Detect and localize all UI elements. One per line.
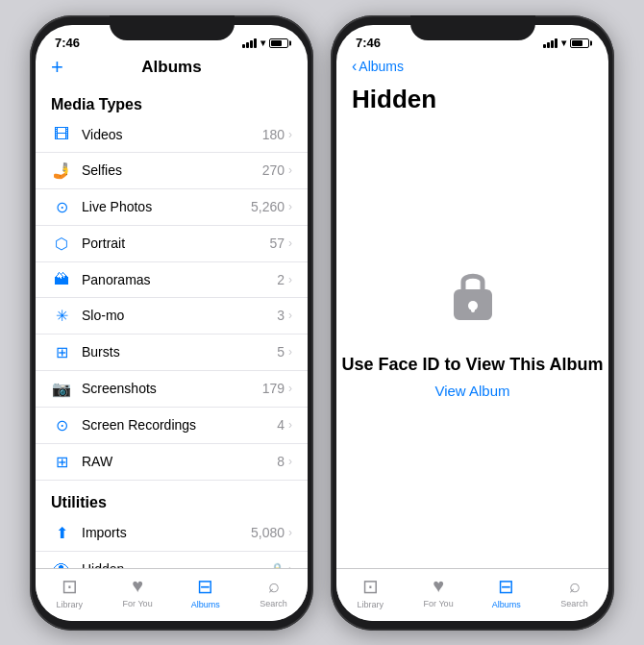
raw-label: RAW	[82, 454, 277, 469]
bursts-count: 5	[277, 344, 285, 360]
screen-recordings-row[interactable]: ⊙ Screen Recordings 4 ›	[36, 408, 308, 444]
right-phone: 7:46 ▾ ‹ Albums Hidden	[331, 15, 614, 631]
screen-recordings-chevron: ›	[288, 418, 292, 432]
bursts-chevron: ›	[288, 345, 292, 359]
right-status-icons: ▾	[543, 37, 589, 48]
battery-icon	[269, 38, 288, 48]
right-tab-bar: ⊡ Library ♥ For You ⊟ Albums ⌕ Search	[336, 568, 608, 621]
live-photos-icon: ⊙	[51, 198, 72, 216]
right-screen: 7:46 ▾ ‹ Albums Hidden	[336, 25, 608, 621]
right-tab-search[interactable]: ⌕ Search	[551, 575, 599, 608]
left-tab-for-you[interactable]: ♥ For You	[113, 575, 161, 608]
screenshots-count: 179	[262, 381, 285, 396]
hidden-row[interactable]: 👁 Hidden 🔒 ›	[36, 552, 308, 568]
for-you-tab-label: For You	[123, 599, 153, 608]
albums-content: Media Types 🎞 Videos 180 › 🤳 Selfies 270…	[36, 83, 308, 568]
library-tab-icon: ⊡	[62, 575, 78, 598]
screenshots-row[interactable]: 📷 Screenshots 179 ›	[36, 371, 308, 408]
right-notch	[410, 15, 535, 40]
portrait-label: Portrait	[82, 236, 269, 251]
panoramas-row[interactable]: 🏔 Panoramas 2 ›	[36, 262, 308, 298]
back-chevron-icon: ‹	[352, 58, 357, 75]
videos-count: 180	[262, 127, 285, 142]
portrait-count: 57	[269, 236, 285, 251]
videos-chevron: ›	[288, 128, 292, 141]
slo-mo-row[interactable]: ✳ Slo-mo 3 ›	[36, 298, 308, 335]
right-battery-icon	[570, 38, 589, 48]
hidden-label: Hidden	[82, 561, 270, 568]
live-photos-row[interactable]: ⊙ Live Photos 5,260 ›	[36, 189, 308, 226]
raw-count: 8	[277, 454, 285, 469]
right-tab-albums[interactable]: ⊟ Albums	[483, 575, 531, 609]
right-albums-tab-icon: ⊟	[498, 575, 514, 598]
face-id-message: Use Face ID to View This Album	[341, 355, 603, 375]
right-nav-bar: ‹ Albums	[336, 56, 608, 81]
raw-chevron: ›	[288, 455, 292, 468]
live-photos-count: 5,260	[251, 199, 285, 214]
lock-large-icon	[444, 260, 502, 339]
albums-tab-label: Albums	[191, 600, 220, 609]
left-tab-search[interactable]: ⌕ Search	[250, 575, 298, 608]
portrait-icon: ⬡	[51, 235, 72, 253]
battery-fill	[271, 40, 282, 46]
right-search-tab-icon: ⌕	[569, 575, 581, 597]
media-types-header: Media Types	[36, 83, 308, 117]
videos-icon: 🎞	[51, 126, 72, 143]
right-for-you-tab-label: For You	[424, 599, 454, 608]
hidden-icon: 👁	[51, 560, 72, 568]
signal-icon	[242, 38, 257, 48]
right-battery-fill	[572, 40, 582, 46]
screen-recordings-icon: ⊙	[51, 416, 72, 434]
left-tab-library[interactable]: ⊡ Library	[45, 575, 93, 609]
videos-label: Videos	[82, 127, 262, 142]
left-status-icons: ▾	[242, 37, 288, 48]
panoramas-count: 2	[277, 272, 285, 287]
portrait-chevron: ›	[288, 236, 292, 250]
live-photos-chevron: ›	[288, 200, 292, 213]
slo-mo-count: 3	[277, 308, 285, 323]
right-search-tab-label: Search	[560, 599, 588, 608]
right-tab-for-you[interactable]: ♥ For You	[414, 575, 462, 608]
imports-row[interactable]: ⬆ Imports 5,080 ›	[36, 515, 308, 552]
left-tab-bar: ⊡ Library ♥ For You ⊟ Albums ⌕ Search	[36, 568, 308, 621]
selfies-label: Selfies	[82, 162, 262, 178]
right-time: 7:46	[356, 36, 381, 50]
screenshots-label: Screenshots	[82, 381, 262, 396]
selfies-chevron: ›	[288, 163, 292, 177]
right-tab-library[interactable]: ⊡ Library	[346, 575, 394, 609]
left-tab-albums[interactable]: ⊟ Albums	[182, 575, 230, 609]
left-time: 7:46	[55, 36, 80, 50]
hidden-album-content: Use Face ID to View This Album View Albu…	[336, 130, 608, 568]
bursts-label: Bursts	[82, 344, 277, 360]
back-label: Albums	[359, 59, 404, 74]
view-album-button[interactable]: View Album	[434, 383, 509, 399]
right-signal-icon	[543, 38, 557, 48]
selfies-icon: 🤳	[51, 161, 72, 180]
utilities-header: Utilities	[36, 481, 308, 515]
selfies-row[interactable]: 🤳 Selfies 270 ›	[36, 153, 308, 189]
search-tab-label: Search	[260, 599, 287, 608]
imports-count: 5,080	[251, 525, 285, 540]
portrait-row[interactable]: ⬡ Portrait 57 ›	[36, 226, 308, 262]
albums-title: Albums	[141, 58, 201, 77]
panoramas-chevron: ›	[288, 273, 292, 286]
right-library-tab-icon: ⊡	[362, 575, 379, 598]
screenshots-chevron: ›	[288, 382, 292, 395]
wifi-icon: ▾	[260, 37, 265, 48]
raw-row[interactable]: ⊞ RAW 8 ›	[36, 444, 308, 481]
selfies-count: 270	[262, 162, 285, 178]
imports-chevron: ›	[288, 526, 292, 539]
videos-row[interactable]: 🎞 Videos 180 ›	[36, 117, 308, 153]
imports-icon: ⬆	[51, 524, 72, 542]
left-screen: 7:46 ▾ + Albums Media Types	[36, 25, 308, 621]
imports-label: Imports	[82, 525, 251, 540]
back-button[interactable]: ‹ Albums	[352, 58, 404, 75]
live-photos-label: Live Photos	[82, 199, 251, 214]
slo-mo-icon: ✳	[51, 307, 72, 325]
screenshots-icon: 📷	[51, 380, 72, 398]
slo-mo-chevron: ›	[288, 309, 292, 322]
bursts-icon: ⊞	[51, 343, 72, 361]
add-button[interactable]: +	[51, 57, 63, 78]
hidden-album-title: Hidden	[336, 81, 608, 130]
bursts-row[interactable]: ⊞ Bursts 5 ›	[36, 335, 308, 371]
